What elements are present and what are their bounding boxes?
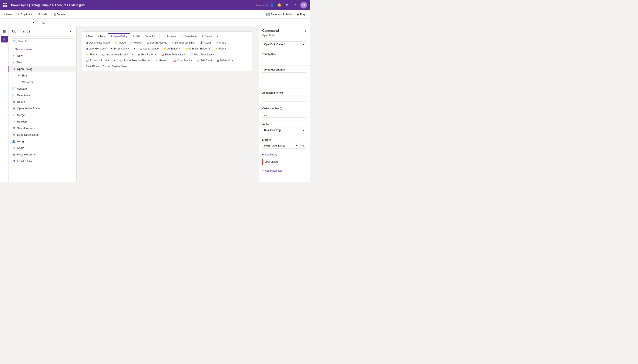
open-dialog-icon: ⊞ (12, 67, 15, 70)
ribbon-export-to-excel-button[interactable]: 📊 Export to Excel ▾ (84, 58, 111, 63)
sidebar-item-delete[interactable]: 🗑 Delete (9, 98, 76, 105)
sidebar-item-deactivate[interactable]: 📄 Deactivate (9, 92, 76, 98)
ribbon-sep1-button[interactable]: ▾ (132, 46, 137, 51)
ribbon-ai-builder-hidden-button[interactable]: ⚡ AIBuilder Hidden ▾ (183, 46, 212, 51)
ribbon-edit-button[interactable]: ✎ Edit (131, 34, 142, 39)
ribbon-open-dialog-button[interactable]: ⊞ Open Dialog (108, 33, 130, 39)
ribbon-open-active-stage-button[interactable]: ⊞ Open Active Stage (84, 40, 112, 45)
ribbon-row-1: + New + New ⊞ Open Dialog ✎ Edit Show As (84, 33, 250, 39)
ribbon-activate-icon: 📄 (163, 35, 166, 38)
left-nav: ☰ ⊞ (0, 26, 9, 182)
ribbon-new1-button[interactable]: + New (84, 34, 95, 39)
ribbon-row-3: ⊞ View Hierarchy ✉ Email a Link ▾ ▾ ⊞ Ad… (84, 46, 250, 51)
sidebar-item-show-as[interactable]: Show As (9, 79, 76, 85)
ribbon-flow1-button[interactable]: ⚡ Flow ▾ (213, 46, 228, 51)
new-toolbar-button[interactable]: + New (3, 12, 13, 17)
ribbon-send-direct-email-button[interactable]: ✉ Send Direct Email (170, 40, 197, 45)
rp-tooltip-title-input[interactable] (262, 57, 306, 63)
sidebar-item-open-active-stage[interactable]: ⊞ Open Active Stage (9, 105, 76, 112)
sidebar-item-edit[interactable]: ✎ Edit (9, 72, 76, 79)
canvas: + New + New ⊞ Open Dialog ✎ Edit Show As (77, 26, 259, 182)
rp-accessibility-input[interactable] (262, 96, 306, 102)
sidebar-item-send-direct-email[interactable]: ✉ Send Direct Email (9, 132, 76, 138)
ribbon-excel-templates-icon: 📊 (161, 53, 164, 56)
ribbon-run-report-button[interactable]: ⊞ Run Report ▾ (136, 52, 158, 57)
rp-library-dropdown[interactable]: cr03b_OpenDialog ▾ (262, 143, 299, 149)
ribbon-see-all-records-button[interactable]: ⊞ See all records (145, 40, 169, 45)
ribbon-new2-button[interactable]: + New (96, 34, 107, 39)
ribbon-edit-chart-button[interactable]: 📊 Edit Chart (194, 58, 214, 63)
rp-add-parameter-button[interactable]: + Add parameter (259, 168, 310, 174)
open-dialog-more-button[interactable]: ⋯ (70, 66, 75, 72)
right-panel-expand-icon[interactable]: › (305, 29, 306, 33)
fx-label[interactable]: fx (41, 20, 46, 25)
order-number-info-icon[interactable]: ⓘ (280, 107, 282, 110)
sidebar-close-button[interactable]: ✕ (68, 29, 73, 34)
nav-menu-icon[interactable]: ☰ (1, 28, 8, 35)
save-publish-button[interactable]: 💾 Save and Publish (265, 12, 294, 17)
sidebar-item-view-hierarchy[interactable]: ⊞ View Hierarchy (9, 151, 76, 158)
rp-action-chevron-icon: ▾ (303, 43, 304, 46)
add-command-button[interactable]: + New command (9, 46, 76, 52)
sidebar-item-new1[interactable]: + New (9, 52, 76, 59)
sidebar-item-see-all-records[interactable]: ⊞ See all records (9, 125, 76, 132)
ribbon-word-templates-button[interactable]: 📄 Word Templates ▾ (188, 52, 217, 57)
delete-toolbar-button[interactable]: 🗑 Delete (52, 12, 66, 17)
duplicate-button[interactable]: ⧉ Duplicate (17, 12, 33, 17)
ribbon-email-a-link-button[interactable]: ✉ Email a Link ▾ (108, 46, 131, 51)
ribbon-add-to-queue-icon: ⊞ (140, 47, 142, 50)
ribbon-add-to-queue-button[interactable]: ⊞ Add to Queue (138, 46, 161, 51)
sidebar-item-refresh[interactable]: ↺ Refresh (9, 118, 76, 125)
rp-order-number-input[interactable] (262, 112, 306, 118)
ribbon-view-hierarchy-button[interactable]: ⊞ View Hierarchy (84, 46, 108, 51)
nav-commands-icon[interactable]: ⊞ (1, 36, 8, 42)
search-input[interactable] (18, 40, 72, 43)
ribbon-activate-button[interactable]: 📄 Activate (160, 34, 178, 39)
sidebar-item-share[interactable]: ↗ Share (9, 144, 76, 151)
rp-library-edit-button[interactable]: ✎ (300, 143, 306, 149)
ribbon-save-filters-button[interactable]: Save Filters to Current System View (84, 64, 129, 69)
sidebar-item-assign[interactable]: 👤 Assign (9, 138, 76, 144)
ribbon-show-as-button[interactable]: Show As ▾ (142, 34, 159, 39)
ribbon-sep2-button[interactable]: ▾ (130, 52, 136, 57)
ribbon-deactivate-button[interactable]: 📄 Deactivate (178, 34, 199, 39)
ribbon-share-button[interactable]: ↗ Share (214, 40, 228, 45)
waffle-icon[interactable] (3, 2, 8, 8)
help-icon[interactable]: ? (293, 3, 297, 7)
rp-function-box[interactable]: openDialog (262, 159, 280, 165)
sidebar-item-new2[interactable]: + New (9, 59, 76, 66)
sidebar-item-merge[interactable]: ⚡ Merge (9, 112, 76, 118)
rp-action-dropdown[interactable]: OpenEntityRecord ▾ (262, 42, 306, 47)
sidebar-item-activate[interactable]: 📄 Activate (9, 85, 76, 92)
ribbon-assign-button[interactable]: 👤 Assign (198, 40, 214, 45)
people-icon[interactable]: 👤 (270, 3, 274, 7)
ribbon-more1-button[interactable]: ▾ (215, 34, 220, 39)
ribbon-import-from-excel-button[interactable]: 📊 Import from Excel ▾ (100, 52, 130, 57)
settings-icon[interactable]: ⚙ (285, 3, 289, 7)
rp-run-js-value: Run JavaScript (264, 129, 281, 132)
ribbon-delete-button[interactable]: 🗑 Delete (199, 34, 214, 39)
rp-order-number-label: Order number ⓘ (262, 107, 306, 110)
rp-tooltip-desc-textarea[interactable] (262, 72, 306, 85)
ribbon-refresh2-button[interactable]: ↺ Refresh (154, 58, 170, 63)
ribbon-delete-chart-button[interactable]: 🗑 Delete Chart (215, 58, 237, 63)
ribbon-ai-builder-button[interactable]: ⚡ AI Builder ▾ (161, 46, 182, 51)
rp-add-library-button[interactable]: + Add library (259, 152, 310, 158)
ribbon-refresh-button[interactable]: ↺ Refresh (128, 40, 144, 45)
ribbon-chart-pane-button[interactable]: 📊 Chart Pane ▾ (171, 58, 194, 63)
ribbon-sep3-button[interactable]: ▾ (111, 58, 117, 63)
play-button[interactable]: ▶ Play (295, 12, 307, 17)
ribbon-excel-templates-button[interactable]: 📊 Excel Templates ▾ (159, 52, 187, 57)
sidebar-new2-label: New (17, 61, 23, 64)
rp-run-js-dropdown[interactable]: Run JavaScript ▾ (262, 127, 306, 133)
ribbon-merge-button[interactable]: ⚡ Merge (112, 40, 128, 45)
ribbon-flow2-button[interactable]: ⚡ Flow ▾ (84, 52, 99, 57)
formula-dropdown[interactable]: ▾ (2, 20, 36, 25)
bell-icon[interactable]: 🔔 (277, 3, 282, 7)
ribbon-export-selected-records-button[interactable]: 📊 Export Selected Records (117, 58, 154, 63)
avatar[interactable]: SA (300, 2, 307, 8)
sidebar-item-email-a-link[interactable]: ✉ Email a Link (9, 158, 76, 164)
sidebar-item-open-dialog[interactable]: ⊞ Open Dialog ⋯ (9, 66, 76, 72)
topbar-icons: 👤 🔔 ⚙ ? SA (270, 2, 307, 8)
hide-button[interactable]: 👁 Hide (37, 12, 49, 17)
